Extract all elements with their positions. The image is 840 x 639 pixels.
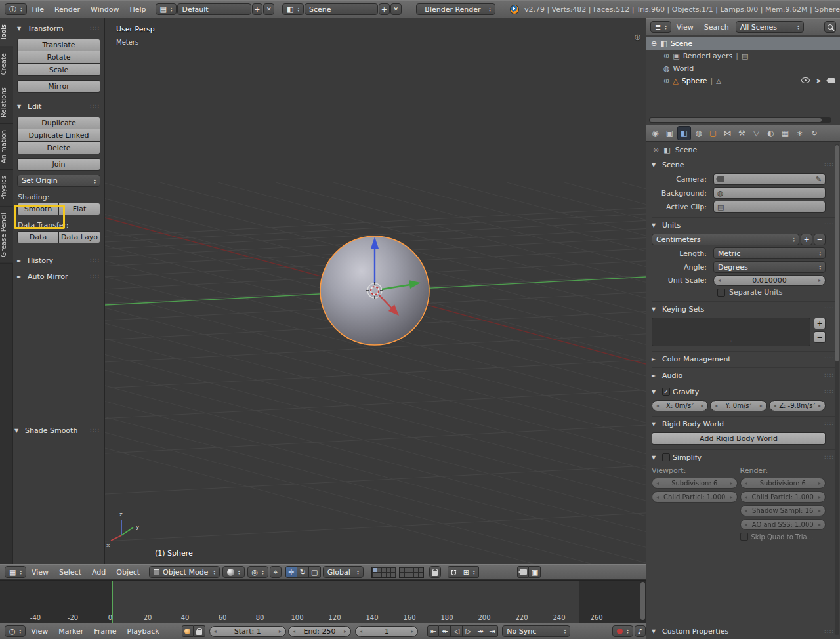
tab-material[interactable] [764, 126, 778, 140]
outliner-row-world[interactable]: World [646, 62, 840, 75]
viewport-menu-view[interactable]: View [26, 568, 54, 577]
timeline-scrollbar[interactable] [640, 581, 646, 623]
viewport-shading-dropdown[interactable] [222, 566, 245, 578]
timeline-menu-playback[interactable]: Playback [122, 627, 165, 636]
angle-dropdown[interactable]: Degrees [713, 261, 826, 273]
prev-keyframe-button[interactable] [439, 625, 451, 637]
shelf-tab-animation[interactable]: Animation [0, 124, 13, 170]
outliner-menu-search[interactable]: Search [699, 23, 734, 31]
expand-icon[interactable] [663, 77, 669, 85]
menu-file[interactable]: File [27, 5, 49, 14]
camera-field[interactable] [713, 173, 826, 185]
units-panel-header[interactable]: Units [652, 218, 835, 232]
shelf-tab-create[interactable]: Create [0, 47, 13, 81]
timeline-ruler[interactable]: -40 -20 0 20 40 60 80 100 120 140 160 18… [0, 611, 640, 623]
viewport-editor-type-selector[interactable] [5, 566, 26, 578]
panel-grip-icon[interactable] [825, 454, 835, 461]
background-field[interactable] [713, 187, 826, 199]
keying-sets-list[interactable] [652, 318, 810, 346]
unit-scale-field[interactable]: 0.010000 [713, 275, 826, 286]
opengl-render-image-button[interactable] [517, 566, 529, 578]
set-origin-dropdown[interactable]: Set Origin [17, 175, 100, 187]
pin-icon[interactable] [653, 146, 659, 154]
history-panel-header[interactable]: History [17, 254, 100, 267]
mirror-button[interactable]: Mirror [17, 80, 100, 93]
duplicate-linked-button[interactable]: Duplicate Linked [17, 129, 100, 142]
active-clip-field[interactable] [713, 201, 826, 213]
auto-keyframe-record-button[interactable] [612, 625, 633, 637]
outliner-display-filter-dropdown[interactable]: All Scenes [736, 21, 804, 33]
lock-to-scene-toggle[interactable] [429, 566, 441, 578]
simplify-checkbox[interactable] [662, 453, 670, 461]
layers-group-2[interactable] [399, 567, 424, 578]
frame-start-field[interactable]: Start: 1 [209, 626, 286, 637]
panel-grip-icon[interactable] [825, 356, 835, 362]
screen-layout-browse[interactable] [156, 3, 177, 15]
play-reverse-button[interactable] [451, 625, 463, 637]
tab-render-layers[interactable] [663, 126, 677, 140]
preview-range-toggle[interactable] [182, 625, 194, 637]
add-screen-layout-button[interactable] [252, 3, 263, 15]
add-keying-set-button[interactable] [814, 318, 826, 329]
layers-group-1[interactable] [371, 567, 396, 578]
panel-grip-icon[interactable] [825, 421, 835, 427]
ao-sss-field[interactable]: AO and SSS: 1.000 [740, 519, 826, 530]
outliner-menu-view[interactable]: View [671, 23, 699, 31]
outliner-row-render-layers[interactable]: RenderLayers | [646, 50, 840, 62]
info-editor-type-selector[interactable] [5, 3, 27, 15]
expand-icon[interactable] [663, 52, 669, 60]
hide-toggle[interactable] [801, 77, 810, 85]
outliner-row-sphere[interactable]: Sphere | [646, 75, 840, 87]
render-child-particles-field[interactable]: Child Particl: 1.000 [740, 491, 826, 503]
panel-grip-icon[interactable] [825, 388, 835, 395]
panel-grip-icon[interactable] [825, 372, 835, 379]
menu-help[interactable]: Help [124, 5, 151, 14]
selectable-toggle[interactable] [816, 77, 822, 85]
eyedropper-icon[interactable] [816, 176, 822, 183]
timeline-menu-marker[interactable]: Marker [53, 627, 89, 636]
tab-physics[interactable] [807, 126, 821, 140]
panel-grip-icon[interactable] [91, 257, 100, 264]
color-management-panel-header[interactable]: Color Management [652, 352, 835, 365]
scale-manipulator-toggle[interactable] [309, 566, 321, 578]
tab-particles[interactable] [793, 126, 807, 140]
next-keyframe-button[interactable] [474, 625, 486, 637]
shadow-samples-field[interactable]: Shadow Sampl: 16 [740, 505, 826, 516]
opengl-render-anim-button[interactable] [529, 566, 541, 578]
pivot-point-dropdown[interactable] [247, 566, 268, 578]
viewport-menu-select[interactable]: Select [54, 568, 87, 577]
outliner-editor-type-selector[interactable] [650, 21, 671, 33]
tab-object[interactable] [706, 126, 720, 140]
sync-mode-dropdown[interactable]: No Sync [502, 625, 570, 637]
rigid-body-panel-header[interactable]: Rigid Body World [652, 417, 835, 430]
snap-element-dropdown[interactable] [459, 566, 480, 578]
jump-to-start-button[interactable] [427, 625, 439, 637]
translate-manipulator-toggle[interactable] [285, 566, 297, 578]
viewport-canvas[interactable]: z y x [105, 18, 646, 564]
outliner-scrollbar[interactable] [649, 117, 831, 123]
edit-panel-header[interactable]: Edit [17, 100, 100, 113]
region-expand-icon[interactable] [634, 33, 641, 41]
unit-presets-remove-button[interactable] [814, 234, 826, 245]
audio-panel-header[interactable]: Audio [652, 369, 835, 382]
shelf-tab-grease-pencil[interactable]: Grease Pencil [0, 207, 13, 264]
tab-texture[interactable] [778, 126, 792, 140]
tab-world[interactable] [692, 126, 705, 140]
render-engine-select[interactable]: Blender Render [416, 3, 495, 15]
tab-scene[interactable] [677, 126, 691, 140]
panel-grip-icon[interactable] [91, 103, 100, 110]
render-restrict-toggle[interactable] [828, 77, 835, 85]
rotate-button[interactable]: Rotate [17, 51, 100, 64]
data-button[interactable]: Data [17, 231, 59, 243]
remove-keying-set-button[interactable] [814, 331, 826, 343]
transform-orientation-dropdown[interactable]: Global [323, 566, 364, 578]
viewport-subdivision-field[interactable]: Subdivision: 6 [652, 478, 738, 489]
tab-object-data[interactable] [749, 126, 763, 140]
timeline-editor-type-selector[interactable] [5, 625, 26, 637]
frame-end-field[interactable]: End: 250 [288, 626, 351, 637]
viewport-child-particles-field[interactable]: Child Particl: 1.000 [652, 491, 738, 503]
viewport-menu-add[interactable]: Add [87, 568, 111, 577]
panel-grip-icon[interactable] [91, 25, 100, 31]
outliner-row-scene[interactable]: Scene [646, 37, 840, 50]
jump-to-end-button[interactable] [486, 625, 498, 637]
